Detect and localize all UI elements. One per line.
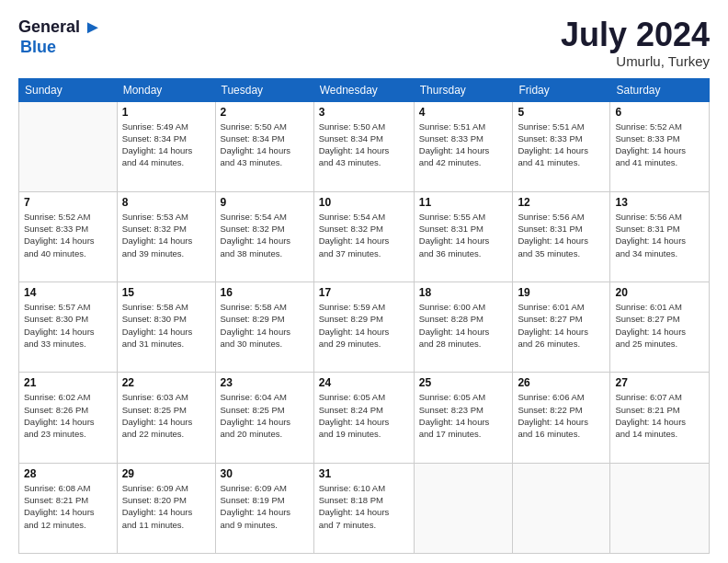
logo-chevron-icon: ► xyxy=(84,17,102,38)
table-row: 6Sunrise: 5:52 AMSunset: 8:33 PMDaylight… xyxy=(610,101,710,191)
header-monday: Monday xyxy=(117,78,215,101)
table-row: 16Sunrise: 5:58 AMSunset: 8:29 PMDayligh… xyxy=(215,282,313,373)
day-number: 8 xyxy=(122,196,210,209)
calendar-week-row: 28Sunrise: 6:08 AMSunset: 8:21 PMDayligh… xyxy=(19,463,710,553)
header-sunday: Sunday xyxy=(19,78,118,101)
calendar-table: Sunday Monday Tuesday Wednesday Thursday… xyxy=(18,78,710,554)
day-number: 15 xyxy=(122,286,210,299)
day-number: 22 xyxy=(122,376,210,389)
day-info: Sunrise: 5:51 AMSunset: 8:33 PMDaylight:… xyxy=(518,121,605,169)
table-row xyxy=(414,463,513,553)
day-number: 6 xyxy=(615,106,704,119)
table-row: 17Sunrise: 5:59 AMSunset: 8:29 PMDayligh… xyxy=(313,282,414,373)
title-block: July 2024 Umurlu, Turkey xyxy=(561,17,710,69)
calendar-week-row: 21Sunrise: 6:02 AMSunset: 8:26 PMDayligh… xyxy=(19,373,710,463)
page-title: July 2024 xyxy=(561,17,710,53)
table-row: 24Sunrise: 6:05 AMSunset: 8:24 PMDayligh… xyxy=(313,373,414,463)
calendar-week-row: 1Sunrise: 5:49 AMSunset: 8:34 PMDaylight… xyxy=(19,101,710,191)
day-number: 31 xyxy=(319,467,409,480)
day-info: Sunrise: 6:02 AMSunset: 8:26 PMDaylight:… xyxy=(24,391,112,440)
day-number: 1 xyxy=(122,106,210,119)
table-row: 22Sunrise: 6:03 AMSunset: 8:25 PMDayligh… xyxy=(117,373,215,463)
day-info: Sunrise: 5:58 AMSunset: 8:30 PMDaylight:… xyxy=(122,301,210,350)
header-tuesday: Tuesday xyxy=(215,78,313,101)
table-row: 7Sunrise: 5:52 AMSunset: 8:33 PMDaylight… xyxy=(19,191,118,282)
day-number: 24 xyxy=(319,376,409,389)
table-row: 26Sunrise: 6:06 AMSunset: 8:22 PMDayligh… xyxy=(513,373,610,463)
header-wednesday: Wednesday xyxy=(313,78,414,101)
day-info: Sunrise: 5:56 AMSunset: 8:31 PMDaylight:… xyxy=(518,211,605,259)
header-thursday: Thursday xyxy=(414,78,513,101)
day-info: Sunrise: 6:10 AMSunset: 8:18 PMDaylight:… xyxy=(319,482,409,531)
table-row: 15Sunrise: 5:58 AMSunset: 8:30 PMDayligh… xyxy=(117,282,215,373)
day-info: Sunrise: 6:01 AMSunset: 8:27 PMDaylight:… xyxy=(518,301,605,350)
logo: General ► Blue xyxy=(18,17,102,57)
logo-general: General xyxy=(18,17,80,37)
day-number: 5 xyxy=(518,106,605,119)
table-row: 29Sunrise: 6:09 AMSunset: 8:20 PMDayligh… xyxy=(117,463,215,553)
day-number: 9 xyxy=(221,196,309,209)
table-row: 14Sunrise: 5:57 AMSunset: 8:30 PMDayligh… xyxy=(19,282,118,373)
day-number: 21 xyxy=(24,376,112,389)
calendar-week-row: 7Sunrise: 5:52 AMSunset: 8:33 PMDaylight… xyxy=(19,191,710,282)
table-row: 13Sunrise: 5:56 AMSunset: 8:31 PMDayligh… xyxy=(610,191,710,282)
day-number: 3 xyxy=(319,106,409,119)
day-info: Sunrise: 5:59 AMSunset: 8:29 PMDaylight:… xyxy=(319,301,409,350)
table-row: 21Sunrise: 6:02 AMSunset: 8:26 PMDayligh… xyxy=(19,373,118,463)
day-number: 26 xyxy=(518,376,605,389)
table-row: 8Sunrise: 5:53 AMSunset: 8:32 PMDaylight… xyxy=(117,191,215,282)
day-info: Sunrise: 5:50 AMSunset: 8:34 PMDaylight:… xyxy=(319,121,409,169)
day-number: 14 xyxy=(24,286,112,299)
day-info: Sunrise: 5:52 AMSunset: 8:33 PMDaylight:… xyxy=(615,121,704,169)
calendar-header-row: Sunday Monday Tuesday Wednesday Thursday… xyxy=(19,78,710,101)
header-saturday: Saturday xyxy=(610,78,710,101)
table-row xyxy=(19,101,118,191)
day-number: 12 xyxy=(518,196,605,209)
day-number: 2 xyxy=(221,106,309,119)
page-subtitle: Umurlu, Turkey xyxy=(561,53,710,69)
table-row: 25Sunrise: 6:05 AMSunset: 8:23 PMDayligh… xyxy=(414,373,513,463)
table-row: 1Sunrise: 5:49 AMSunset: 8:34 PMDaylight… xyxy=(117,101,215,191)
day-number: 10 xyxy=(319,196,409,209)
header-friday: Friday xyxy=(513,78,610,101)
day-number: 25 xyxy=(419,376,508,389)
day-number: 23 xyxy=(221,376,309,389)
day-info: Sunrise: 5:57 AMSunset: 8:30 PMDaylight:… xyxy=(24,301,112,350)
calendar-week-row: 14Sunrise: 5:57 AMSunset: 8:30 PMDayligh… xyxy=(19,282,710,373)
table-row: 12Sunrise: 5:56 AMSunset: 8:31 PMDayligh… xyxy=(513,191,610,282)
day-number: 29 xyxy=(122,467,210,480)
day-number: 18 xyxy=(419,286,508,299)
day-number: 7 xyxy=(24,196,112,209)
table-row: 23Sunrise: 6:04 AMSunset: 8:25 PMDayligh… xyxy=(215,373,313,463)
table-row: 9Sunrise: 5:54 AMSunset: 8:32 PMDaylight… xyxy=(215,191,313,282)
day-info: Sunrise: 6:09 AMSunset: 8:20 PMDaylight:… xyxy=(122,482,210,531)
logo-blue: Blue xyxy=(20,38,56,57)
day-info: Sunrise: 5:49 AMSunset: 8:34 PMDaylight:… xyxy=(122,121,210,169)
day-info: Sunrise: 6:05 AMSunset: 8:24 PMDaylight:… xyxy=(319,391,409,440)
day-info: Sunrise: 5:54 AMSunset: 8:32 PMDaylight:… xyxy=(221,211,309,259)
day-info: Sunrise: 5:50 AMSunset: 8:34 PMDaylight:… xyxy=(221,121,309,169)
day-info: Sunrise: 5:56 AMSunset: 8:31 PMDaylight:… xyxy=(615,211,704,259)
day-info: Sunrise: 6:00 AMSunset: 8:28 PMDaylight:… xyxy=(419,301,508,350)
day-info: Sunrise: 5:52 AMSunset: 8:33 PMDaylight:… xyxy=(24,211,112,259)
day-number: 13 xyxy=(615,196,704,209)
day-number: 4 xyxy=(419,106,508,119)
day-number: 30 xyxy=(221,467,309,480)
day-info: Sunrise: 5:58 AMSunset: 8:29 PMDaylight:… xyxy=(221,301,309,350)
day-info: Sunrise: 6:05 AMSunset: 8:23 PMDaylight:… xyxy=(419,391,508,440)
day-info: Sunrise: 6:07 AMSunset: 8:21 PMDaylight:… xyxy=(615,391,704,440)
day-number: 17 xyxy=(319,286,409,299)
page-header: General ► Blue July 2024 Umurlu, Turkey xyxy=(18,17,710,69)
table-row: 18Sunrise: 6:00 AMSunset: 8:28 PMDayligh… xyxy=(414,282,513,373)
day-info: Sunrise: 6:03 AMSunset: 8:25 PMDaylight:… xyxy=(122,391,210,440)
table-row: 30Sunrise: 6:09 AMSunset: 8:19 PMDayligh… xyxy=(215,463,313,553)
day-info: Sunrise: 6:06 AMSunset: 8:22 PMDaylight:… xyxy=(518,391,605,440)
table-row: 28Sunrise: 6:08 AMSunset: 8:21 PMDayligh… xyxy=(19,463,118,553)
table-row xyxy=(513,463,610,553)
day-number: 27 xyxy=(615,376,704,389)
table-row: 20Sunrise: 6:01 AMSunset: 8:27 PMDayligh… xyxy=(610,282,710,373)
day-info: Sunrise: 5:53 AMSunset: 8:32 PMDaylight:… xyxy=(122,211,210,259)
table-row: 31Sunrise: 6:10 AMSunset: 8:18 PMDayligh… xyxy=(313,463,414,553)
day-info: Sunrise: 6:09 AMSunset: 8:19 PMDaylight:… xyxy=(221,482,309,531)
day-info: Sunrise: 6:08 AMSunset: 8:21 PMDaylight:… xyxy=(24,482,112,531)
